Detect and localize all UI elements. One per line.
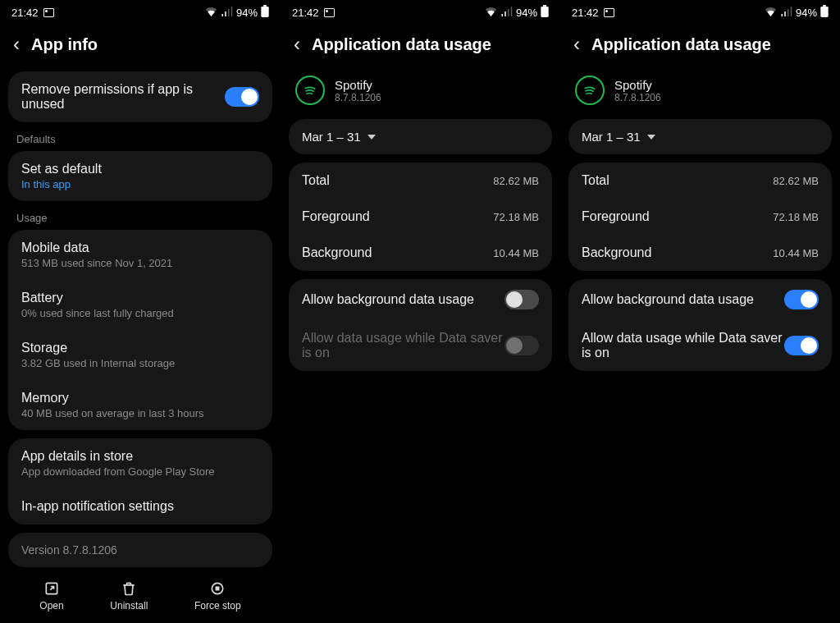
remove-permissions-label: Remove permissions if app is unused [21,82,225,112]
background-value: 10.44 MB [773,247,819,259]
battery-pct: 94% [236,7,258,19]
wifi-icon [205,7,217,19]
set-default-label: Set as default [21,162,102,176]
allow-saver-toggle[interactable] [784,336,819,355]
app-version: 8.7.8.1206 [614,92,661,103]
battery-pct: 94% [516,7,537,19]
open-label: Open [39,600,63,612]
memory-row[interactable]: Memory 40 MB used on average in last 3 h… [8,380,272,430]
date-range-label: Mar 1 – 31 [302,130,361,144]
total-value: 82.62 MB [493,175,539,187]
allow-saver-row: Allow data usage while Data saver is on [289,320,552,371]
status-bar: 21:42 94% [560,0,840,23]
total-label: Total [582,173,609,188]
page-header: ‹ App info [0,23,281,69]
page-title: Application data usage [591,35,771,54]
dropdown-icon [368,135,376,140]
status-time: 21:42 [11,7,39,19]
app-name: Spotify [335,78,381,92]
allow-saver-label: Allow data usage while Data saver is on [302,331,504,360]
foreground-row: Foreground 72.18 MB [568,199,832,235]
picture-icon [604,8,614,17]
signal-icon [500,7,513,19]
allow-background-label: Allow background data usage [582,292,754,307]
allow-background-toggle[interactable] [504,290,539,309]
remove-permissions-toggle[interactable] [225,87,259,107]
memory-sub: 40 MB used on average in last 3 hours [21,407,204,419]
app-header: Spotify 8.7.8.1206 [281,69,560,117]
picture-icon [43,8,54,17]
bottom-actions: Open Uninstall Force stop [0,574,281,618]
usage-section-label: Usage [0,204,281,227]
date-range-selector[interactable]: Mar 1 – 31 [568,119,832,154]
signal-icon [221,7,233,19]
battery-icon [541,5,549,20]
battery-row[interactable]: Battery 0% used since last fully charged [8,280,272,330]
total-label: Total [302,173,330,188]
page-header: ‹ Application data usage [560,23,840,69]
version-label: Version 8.7.8.1206 [21,543,117,557]
wifi-icon [765,7,777,19]
force-stop-button[interactable]: Force stop [194,580,241,612]
foreground-row: Foreground 72.18 MB [289,199,552,235]
force-stop-label: Force stop [194,600,241,612]
svg-rect-4 [216,587,220,591]
dropdown-icon [647,135,655,140]
foreground-value: 72.18 MB [773,211,819,223]
svg-rect-0 [263,5,267,7]
foreground-label: Foreground [302,209,370,224]
background-value: 10.44 MB [493,247,539,259]
back-icon[interactable]: ‹ [13,34,20,54]
open-button[interactable]: Open [39,580,63,612]
app-details-label: App details in store [21,449,133,464]
allow-saver-toggle [504,336,539,355]
app-details-sub: App downloaded from Google Play Store [21,465,215,478]
uninstall-label: Uninstall [110,600,148,612]
allow-background-toggle[interactable] [784,290,819,309]
defaults-section-label: Defaults [0,125,281,149]
battery-pct: 94% [796,7,817,19]
allow-background-row[interactable]: Allow background data usage [289,279,552,320]
svg-rect-6 [541,7,548,17]
inapp-notif-row[interactable]: In-app notification settings [8,488,272,525]
app-header: Spotify 8.7.8.1206 [560,69,840,117]
total-row: Total 82.62 MB [568,163,832,199]
page-header: ‹ Application data usage [281,23,560,69]
storage-row[interactable]: Storage 3.82 GB used in Internal storage [8,330,272,380]
back-icon[interactable]: ‹ [573,34,580,54]
remove-permissions-row[interactable]: Remove permissions if app is unused [8,71,272,122]
foreground-label: Foreground [582,209,650,224]
total-value: 82.62 MB [773,175,819,187]
allow-background-row[interactable]: Allow background data usage [568,279,832,320]
background-row: Background 10.44 MB [568,235,832,271]
status-bar: 21:42 94% [0,0,281,23]
set-default-row[interactable]: Set as default In this app [8,151,272,201]
allow-background-label: Allow background data usage [302,292,474,307]
background-label: Background [582,245,651,260]
back-icon[interactable]: ‹ [294,34,300,54]
version-row: Version 8.7.8.1206 [8,533,272,567]
app-version: 8.7.8.1206 [335,92,381,103]
mobile-data-row[interactable]: Mobile data 513 MB used since Nov 1, 202… [8,230,272,280]
mobile-data-sub: 513 MB used since Nov 1, 2021 [21,257,172,269]
storage-sub: 3.82 GB used in Internal storage [21,357,175,369]
app-details-row[interactable]: App details in store App downloaded from… [8,438,272,488]
uninstall-button[interactable]: Uninstall [110,580,148,612]
battery-icon [261,5,269,20]
date-range-label: Mar 1 – 31 [582,130,641,144]
status-time: 21:42 [572,7,599,19]
mobile-data-label: Mobile data [21,240,89,255]
foreground-value: 72.18 MB [493,211,539,223]
set-default-sub: In this app [21,178,71,190]
spotify-icon [295,76,325,105]
inapp-notif-label: In-app notification settings [21,499,174,514]
battery-sub: 0% used since last fully charged [21,307,174,319]
allow-saver-label: Allow data usage while Data saver is on [582,331,784,360]
allow-saver-row[interactable]: Allow data usage while Data saver is on [568,320,832,371]
memory-label: Memory [21,391,69,405]
storage-label: Storage [21,341,67,355]
background-row: Background 10.44 MB [289,235,552,271]
status-time: 21:42 [292,7,319,19]
date-range-selector[interactable]: Mar 1 – 31 [289,119,552,154]
background-label: Background [302,245,372,260]
